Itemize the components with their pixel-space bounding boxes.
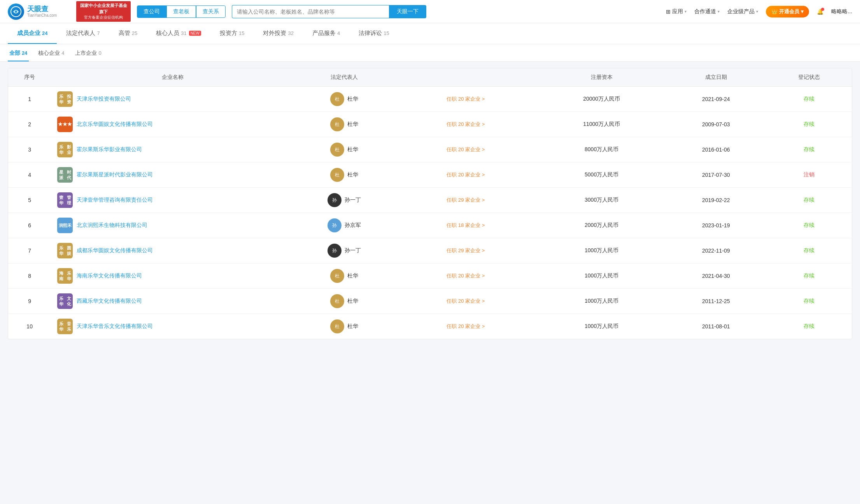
cooperation-arrow: ▾: [718, 9, 720, 14]
tab-legal-dis-label: 法律诉讼: [359, 30, 382, 37]
cell-capital: 5000万人民币: [537, 162, 666, 188]
notification-bell[interactable]: 🔔: [817, 9, 823, 15]
tab-core-people[interactable]: 核心人员 31 NEW: [147, 23, 210, 44]
table-row: 3 乐华影业 霍尔果斯乐华影业有限公司 杜 杜华 任职 20 家企业 > 800…: [8, 137, 852, 162]
sub-tab-core[interactable]: 核心企业 4: [37, 47, 66, 61]
cell-rep: 杜 杜华: [294, 162, 394, 188]
tab-investors[interactable]: 投资方 15: [210, 23, 254, 44]
company-logo: ★★★: [57, 117, 73, 132]
vip-button[interactable]: 👑 开通会员 ▾: [766, 6, 809, 17]
cell-rep: 杜 杜华: [294, 137, 394, 162]
tab-products[interactable]: 产品服务 4: [303, 23, 349, 44]
sub-tab-listed[interactable]: 上市企业 0: [74, 47, 103, 61]
job-link[interactable]: 任职 20 家企业 >: [447, 323, 485, 329]
cell-date: 2021-09-24: [666, 87, 766, 112]
company-logo: 壹华管理: [57, 192, 73, 208]
company-name-link[interactable]: 霍尔果斯乐华影业有限公司: [77, 146, 142, 153]
cell-job: 任职 20 家企业 >: [394, 137, 538, 162]
company-logo: 乐华文化: [57, 293, 73, 309]
rep-name: 杜华: [347, 323, 358, 330]
search-input[interactable]: [232, 5, 389, 18]
job-link[interactable]: 任职 20 家企业 >: [447, 273, 485, 279]
cell-seq: 5: [8, 188, 51, 213]
job-link[interactable]: 任职 20 家企业 >: [447, 96, 485, 102]
nav-apps[interactable]: ⊞ 应用 ▾: [666, 8, 687, 15]
cell-company: 乐华投资 天津乐华投资有限公司: [51, 87, 294, 112]
company-logo: 润熙禾: [57, 218, 73, 233]
rep-avatar: 杜: [330, 92, 344, 106]
company-name-link[interactable]: 霍尔果斯星派时代影业有限公司: [77, 171, 153, 178]
job-link[interactable]: 任职 20 家企业 >: [447, 172, 485, 178]
enterprise-arrow: ▾: [756, 9, 758, 14]
cell-date: 2021-04-30: [666, 263, 766, 289]
company-name-link[interactable]: 天津乐华音乐文化传播有限公司: [77, 323, 153, 330]
cell-company: 乐华圆娱 成都乐华圆娱文化传播有限公司: [51, 238, 294, 263]
nav-cooperation[interactable]: 合作通道 ▾: [694, 8, 720, 15]
tab-legal-label: 法定代表人: [66, 30, 95, 37]
svg-point-1: [15, 10, 17, 13]
status-badge: 存续: [804, 272, 814, 279]
cell-rep: 杜 杜华: [294, 263, 394, 289]
cell-job: 任职 29 家企业 >: [394, 188, 538, 213]
rep-avatar: 孙: [328, 193, 342, 207]
company-name-link[interactable]: 成都乐华圆娱文化传播有限公司: [77, 247, 153, 254]
cell-company: 壹华管理 天津壹华管理咨询有限责任公司: [51, 188, 294, 213]
company-name-link[interactable]: 天津乐华投资有限公司: [77, 96, 131, 103]
cell-capital: 2000万人民币: [537, 213, 666, 238]
search-tab-boss[interactable]: 查老板: [166, 5, 196, 18]
header-company-name: 企业名称: [51, 68, 294, 87]
tab-investments[interactable]: 对外投资 32: [254, 23, 303, 44]
logo-sub: TianYanCha.com: [27, 13, 57, 18]
cell-seq: 8: [8, 263, 51, 289]
company-name-link[interactable]: 北京乐华圆娱文化传播有限公司: [77, 121, 153, 128]
cell-rep: 孙 孙一丁: [294, 238, 394, 263]
company-logo: 星派时代: [57, 167, 73, 183]
cooperation-label: 合作通道: [694, 8, 716, 15]
enterprise-label: 企业级产品: [727, 8, 755, 15]
rep-name: 杜华: [347, 298, 358, 305]
company-name-link[interactable]: 海南乐华文化传播有限公司: [77, 272, 142, 279]
company-name-link[interactable]: 天津壹华管理咨询有限责任公司: [77, 197, 153, 204]
tab-executives[interactable]: 高管 25: [109, 23, 147, 44]
status-badge: 存续: [804, 247, 814, 253]
cell-rep: 杜 杜华: [294, 314, 394, 339]
job-link[interactable]: 任职 20 家企业 >: [447, 146, 485, 152]
table-row: 10 乐华音乐 天津乐华音乐文化传播有限公司 杜 杜华 任职 20 家企业 > …: [8, 314, 852, 339]
tab-legal-rep[interactable]: 法定代表人 7: [57, 23, 109, 44]
job-link[interactable]: 任职 18 家企业 >: [447, 222, 485, 228]
nav-right: ⊞ 应用 ▾ 合作通道 ▾ 企业级产品 ▾ 👑 开通会员 ▾ 🔔 略略略...: [666, 6, 852, 17]
tab-prod-label: 产品服务: [312, 30, 336, 37]
job-link[interactable]: 任职 20 家企业 >: [447, 121, 485, 127]
sub-tab-all[interactable]: 全部 24: [8, 47, 29, 61]
cell-seq: 2: [8, 112, 51, 137]
tab-member-companies[interactable]: 成员企业 24: [8, 23, 57, 44]
header-date: 成立日期: [666, 68, 766, 87]
job-link[interactable]: 任职 29 家企业 >: [447, 197, 485, 203]
search-tab-relation[interactable]: 查关系: [196, 5, 226, 18]
tab-core-count: 31: [181, 30, 186, 36]
search-button[interactable]: 天眼一下: [389, 5, 426, 18]
cell-job: 任职 20 家企业 >: [394, 263, 538, 289]
table-header-row: 序号 企业名称 法定代表人 注册资本 成立日期 登记状态: [8, 68, 852, 87]
cell-company: 乐华文化 西藏乐华文化传播有限公司: [51, 289, 294, 314]
tab-inv-count: 15: [239, 30, 244, 36]
rep-name: 孙一丁: [345, 197, 361, 204]
rep-name: 孙一丁: [345, 247, 361, 254]
tab-member-count: 24: [42, 30, 47, 36]
tab-exec-label: 高管: [119, 30, 130, 37]
apps-arrow: ▾: [685, 9, 687, 14]
job-link[interactable]: 任职 29 家企业 >: [447, 248, 485, 253]
table-row: 9 乐华文化 西藏乐华文化传播有限公司 杜 杜华 任职 20 家企业 > 100…: [8, 289, 852, 314]
company-name-link[interactable]: 西藏乐华文化传播有限公司: [77, 298, 142, 305]
tab-legal-disputes[interactable]: 法律诉讼 15: [349, 23, 398, 44]
sub-tab-all-count: 24: [22, 50, 27, 56]
job-link[interactable]: 任职 20 家企业 >: [447, 298, 485, 304]
cell-capital: 11000万人民币: [537, 112, 666, 137]
cell-company: 乐华音乐 天津乐华音乐文化传播有限公司: [51, 314, 294, 339]
cell-status: 存续: [766, 314, 852, 339]
company-name-link[interactable]: 北京润熙禾生物科技有限公司: [77, 222, 147, 229]
search-tab-company[interactable]: 查公司: [137, 5, 166, 18]
cell-status: 存续: [766, 87, 852, 112]
nav-enterprise[interactable]: 企业级产品 ▾: [727, 8, 758, 15]
user-menu[interactable]: 略略略...: [831, 8, 852, 15]
